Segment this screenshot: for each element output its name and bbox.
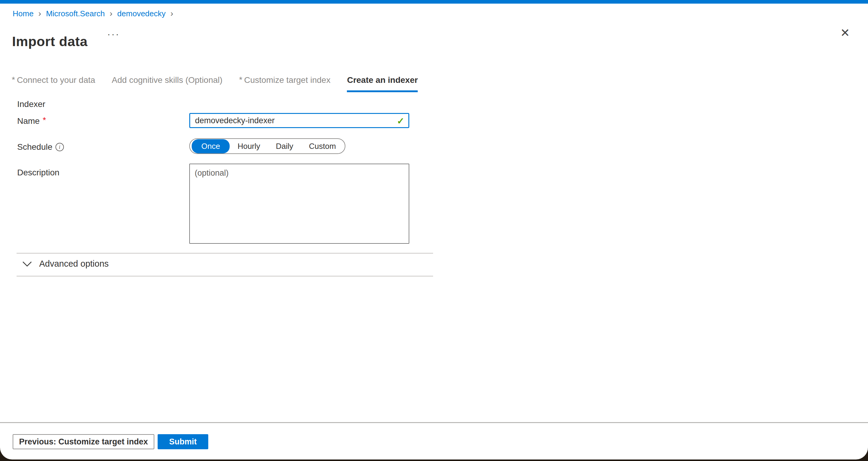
schedule-option-daily[interactable]: Daily xyxy=(268,142,301,151)
tab-customize-target-index[interactable]: * Customize target index xyxy=(239,75,330,92)
close-button[interactable]: ✕ xyxy=(838,25,852,40)
breadcrumb-separator-icon: › xyxy=(110,9,113,18)
breadcrumb-separator-icon: › xyxy=(38,9,41,18)
top-accent-bar xyxy=(0,0,868,4)
footer-divider xyxy=(0,422,868,423)
breadcrumb-link-home[interactable]: Home xyxy=(13,9,33,19)
tab-bar: * Connect to your data Add cognitive ski… xyxy=(12,75,418,92)
schedule-label: Schedule i xyxy=(17,142,64,152)
description-textarea[interactable] xyxy=(189,164,409,244)
divider xyxy=(17,276,433,277)
page: Home › Microsoft.Search › demovedecky › … xyxy=(0,0,868,460)
advanced-options-toggle[interactable]: Advanced options xyxy=(21,257,110,270)
schedule-option-hourly[interactable]: Hourly xyxy=(230,142,268,151)
tab-create-an-indexer[interactable]: Create an indexer xyxy=(347,75,418,92)
more-options-button[interactable]: ··· xyxy=(105,28,122,40)
schedule-label-text: Schedule xyxy=(17,142,53,152)
required-asterisk: * xyxy=(239,75,242,85)
required-asterisk: * xyxy=(43,115,46,125)
tab-label: Create an indexer xyxy=(347,75,418,85)
previous-step-button[interactable]: Previous: Customize target index xyxy=(13,434,154,449)
name-label: Name * xyxy=(17,116,46,126)
schedule-option-once[interactable]: Once xyxy=(192,139,230,153)
description-label-text: Description xyxy=(17,168,59,178)
divider xyxy=(17,253,433,254)
schedule-toggle: Once Hourly Daily Custom xyxy=(189,138,345,154)
submit-button[interactable]: Submit xyxy=(158,434,208,449)
breadcrumb-link-demovedecky[interactable]: demovedecky xyxy=(117,9,165,19)
advanced-options-label: Advanced options xyxy=(39,259,109,269)
info-icon[interactable]: i xyxy=(56,143,64,151)
chevron-down-icon xyxy=(22,261,32,267)
ellipsis-icon: ··· xyxy=(107,29,120,39)
description-label: Description xyxy=(17,168,59,178)
required-asterisk: * xyxy=(12,75,15,85)
tab-add-cognitive-skills[interactable]: Add cognitive skills (Optional) xyxy=(112,75,222,92)
name-field-wrapper: ✓ xyxy=(189,113,409,128)
breadcrumb-link-microsoft-search[interactable]: Microsoft.Search xyxy=(46,9,105,19)
indexer-name-input[interactable] xyxy=(189,113,409,128)
tab-connect-to-your-data[interactable]: * Connect to your data xyxy=(12,75,95,92)
name-label-text: Name xyxy=(17,116,40,126)
breadcrumb: Home › Microsoft.Search › demovedecky › xyxy=(13,9,173,19)
close-icon: ✕ xyxy=(840,27,850,39)
tab-label: Add cognitive skills (Optional) xyxy=(112,75,222,85)
valid-check-icon: ✓ xyxy=(397,116,404,126)
tab-label: Customize target index xyxy=(244,75,330,85)
breadcrumb-separator-icon: › xyxy=(170,9,173,18)
schedule-option-custom[interactable]: Custom xyxy=(301,142,344,151)
page-title: Import data xyxy=(12,34,88,50)
section-title-indexer: Indexer xyxy=(17,99,45,109)
tab-label: Connect to your data xyxy=(17,75,95,85)
